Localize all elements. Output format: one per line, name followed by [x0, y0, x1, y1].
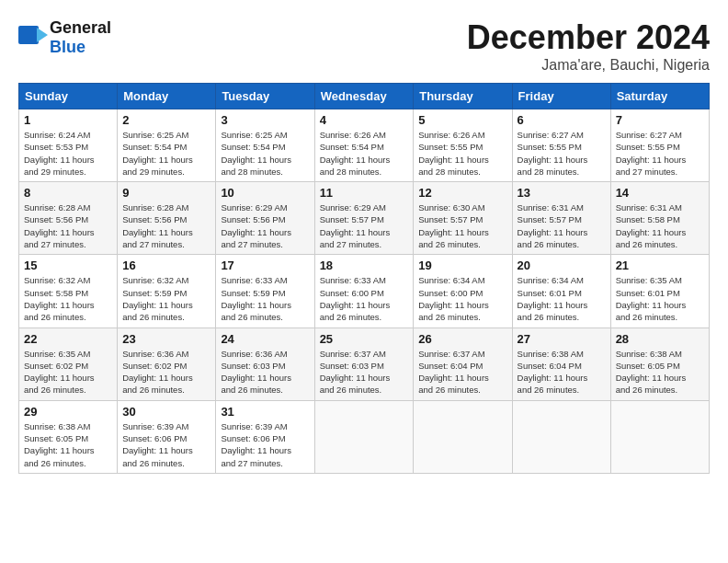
- title-area: December 2024 Jama'are, Bauchi, Nigeria: [467, 18, 710, 74]
- day-number: 25: [320, 332, 409, 346]
- day-number: 9: [122, 186, 210, 200]
- calendar-day-cell: [610, 400, 709, 473]
- calendar-week-row: 15Sunrise: 6:32 AM Sunset: 5:58 PM Dayli…: [19, 255, 710, 327]
- calendar-day-cell: 11Sunrise: 6:29 AM Sunset: 5:57 PM Dayli…: [314, 182, 414, 255]
- day-number: 19: [418, 259, 506, 272]
- calendar-day-cell: 18Sunrise: 6:33 AM Sunset: 6:00 PM Dayli…: [314, 255, 414, 327]
- day-of-week-header: Friday: [512, 84, 610, 109]
- calendar-day-cell: 2Sunrise: 6:25 AM Sunset: 5:54 PM Daylig…: [118, 109, 216, 182]
- calendar-day-cell: 23Sunrise: 6:36 AM Sunset: 6:02 PM Dayli…: [118, 327, 216, 400]
- calendar-header-row: SundayMondayTuesdayWednesdayThursdayFrid…: [19, 84, 710, 109]
- day-of-week-header: Wednesday: [314, 84, 414, 109]
- day-info: Sunrise: 6:27 AM Sunset: 5:55 PM Dayligh…: [616, 129, 704, 178]
- day-number: 27: [518, 332, 606, 346]
- calendar-day-cell: 9Sunrise: 6:28 AM Sunset: 5:56 PM Daylig…: [118, 182, 216, 255]
- calendar-day-cell: 20Sunrise: 6:34 AM Sunset: 6:01 PM Dayli…: [512, 255, 610, 327]
- calendar-day-cell: 4Sunrise: 6:26 AM Sunset: 5:54 PM Daylig…: [314, 109, 414, 182]
- day-info: Sunrise: 6:24 AM Sunset: 5:53 PM Dayligh…: [24, 129, 112, 178]
- day-info: Sunrise: 6:38 AM Sunset: 6:04 PM Dayligh…: [518, 348, 606, 396]
- day-info: Sunrise: 6:26 AM Sunset: 5:55 PM Dayligh…: [418, 129, 506, 178]
- calendar-day-cell: 31Sunrise: 6:39 AM Sunset: 6:06 PM Dayli…: [216, 400, 314, 473]
- day-info: Sunrise: 6:27 AM Sunset: 5:55 PM Dayligh…: [518, 129, 606, 178]
- day-info: Sunrise: 6:28 AM Sunset: 5:56 PM Dayligh…: [24, 201, 112, 250]
- day-number: 21: [616, 259, 704, 272]
- day-number: 18: [320, 259, 409, 272]
- calendar-day-cell: 22Sunrise: 6:35 AM Sunset: 6:02 PM Dayli…: [19, 327, 118, 400]
- day-number: 31: [221, 405, 309, 419]
- day-info: Sunrise: 6:37 AM Sunset: 6:04 PM Dayligh…: [418, 348, 506, 396]
- day-info: Sunrise: 6:39 AM Sunset: 6:06 PM Dayligh…: [221, 420, 309, 469]
- day-number: 26: [418, 332, 506, 346]
- day-number: 15: [24, 259, 112, 272]
- day-number: 8: [24, 186, 112, 200]
- day-info: Sunrise: 6:25 AM Sunset: 5:54 PM Dayligh…: [221, 129, 309, 178]
- day-info: Sunrise: 6:32 AM Sunset: 5:59 PM Dayligh…: [122, 274, 210, 323]
- day-info: Sunrise: 6:28 AM Sunset: 5:56 PM Dayligh…: [122, 201, 210, 250]
- calendar-day-cell: 21Sunrise: 6:35 AM Sunset: 6:01 PM Dayli…: [610, 255, 709, 327]
- calendar-week-row: 29Sunrise: 6:38 AM Sunset: 6:05 PM Dayli…: [19, 400, 710, 473]
- day-number: 30: [122, 405, 210, 419]
- day-number: 7: [616, 113, 704, 127]
- logo-icon: [18, 26, 48, 50]
- logo-general: General: [50, 18, 111, 37]
- day-number: 12: [418, 186, 506, 200]
- calendar-day-cell: 17Sunrise: 6:33 AM Sunset: 5:59 PM Dayli…: [216, 255, 314, 327]
- day-of-week-header: Thursday: [414, 84, 512, 109]
- day-number: 13: [518, 186, 606, 200]
- day-of-week-header: Saturday: [610, 84, 709, 109]
- day-info: Sunrise: 6:33 AM Sunset: 6:00 PM Dayligh…: [320, 274, 409, 323]
- calendar-day-cell: 16Sunrise: 6:32 AM Sunset: 5:59 PM Dayli…: [118, 255, 216, 327]
- logo-blue: Blue: [50, 38, 85, 56]
- day-number: 3: [221, 113, 309, 127]
- calendar-day-cell: 27Sunrise: 6:38 AM Sunset: 6:04 PM Dayli…: [512, 327, 610, 400]
- day-info: Sunrise: 6:31 AM Sunset: 5:57 PM Dayligh…: [518, 201, 606, 250]
- day-info: Sunrise: 6:30 AM Sunset: 5:57 PM Dayligh…: [418, 201, 506, 250]
- day-number: 17: [221, 259, 309, 272]
- calendar-day-cell: [512, 400, 610, 473]
- calendar-day-cell: 1Sunrise: 6:24 AM Sunset: 5:53 PM Daylig…: [19, 109, 118, 182]
- day-info: Sunrise: 6:29 AM Sunset: 5:56 PM Dayligh…: [221, 201, 309, 250]
- day-info: Sunrise: 6:39 AM Sunset: 6:06 PM Dayligh…: [122, 420, 210, 469]
- day-number: 2: [122, 113, 210, 127]
- day-info: Sunrise: 6:38 AM Sunset: 6:05 PM Dayligh…: [616, 348, 704, 396]
- calendar-day-cell: 28Sunrise: 6:38 AM Sunset: 6:05 PM Dayli…: [610, 327, 709, 400]
- calendar-day-cell: 13Sunrise: 6:31 AM Sunset: 5:57 PM Dayli…: [512, 182, 610, 255]
- day-info: Sunrise: 6:34 AM Sunset: 6:00 PM Dayligh…: [418, 274, 506, 323]
- day-of-week-header: Tuesday: [216, 84, 314, 109]
- calendar-week-row: 1Sunrise: 6:24 AM Sunset: 5:53 PM Daylig…: [19, 109, 710, 182]
- day-info: Sunrise: 6:26 AM Sunset: 5:54 PM Dayligh…: [320, 129, 409, 178]
- day-number: 20: [518, 259, 606, 272]
- calendar-day-cell: 10Sunrise: 6:29 AM Sunset: 5:56 PM Dayli…: [216, 182, 314, 255]
- calendar-day-cell: 14Sunrise: 6:31 AM Sunset: 5:58 PM Dayli…: [610, 182, 709, 255]
- day-number: 5: [418, 113, 506, 127]
- calendar-day-cell: 26Sunrise: 6:37 AM Sunset: 6:04 PM Dayli…: [414, 327, 512, 400]
- calendar-week-row: 22Sunrise: 6:35 AM Sunset: 6:02 PM Dayli…: [19, 327, 710, 400]
- day-number: 11: [320, 186, 409, 200]
- svg-marker-1: [37, 28, 48, 42]
- day-info: Sunrise: 6:36 AM Sunset: 6:03 PM Dayligh…: [221, 348, 309, 396]
- day-info: Sunrise: 6:25 AM Sunset: 5:54 PM Dayligh…: [122, 129, 210, 178]
- day-number: 24: [221, 332, 309, 346]
- logo: General Blue: [18, 18, 111, 57]
- calendar-day-cell: 12Sunrise: 6:30 AM Sunset: 5:57 PM Dayli…: [414, 182, 512, 255]
- day-number: 6: [518, 113, 606, 127]
- day-info: Sunrise: 6:37 AM Sunset: 6:03 PM Dayligh…: [320, 348, 409, 396]
- month-title: December 2024: [467, 18, 710, 57]
- calendar-day-cell: 29Sunrise: 6:38 AM Sunset: 6:05 PM Dayli…: [19, 400, 118, 473]
- day-info: Sunrise: 6:35 AM Sunset: 6:01 PM Dayligh…: [616, 274, 704, 323]
- calendar-day-cell: [314, 400, 414, 473]
- day-number: 28: [616, 332, 704, 346]
- day-number: 29: [24, 405, 112, 419]
- calendar-day-cell: 15Sunrise: 6:32 AM Sunset: 5:58 PM Dayli…: [19, 255, 118, 327]
- day-number: 14: [616, 186, 704, 200]
- calendar-table: SundayMondayTuesdayWednesdayThursdayFrid…: [18, 83, 710, 474]
- calendar-day-cell: 19Sunrise: 6:34 AM Sunset: 6:00 PM Dayli…: [414, 255, 512, 327]
- calendar-day-cell: 24Sunrise: 6:36 AM Sunset: 6:03 PM Dayli…: [216, 327, 314, 400]
- day-number: 23: [122, 332, 210, 346]
- day-number: 16: [122, 259, 210, 272]
- day-info: Sunrise: 6:31 AM Sunset: 5:58 PM Dayligh…: [616, 201, 704, 250]
- day-number: 22: [24, 332, 112, 346]
- day-info: Sunrise: 6:36 AM Sunset: 6:02 PM Dayligh…: [122, 348, 210, 396]
- day-number: 10: [221, 186, 309, 200]
- calendar-day-cell: 3Sunrise: 6:25 AM Sunset: 5:54 PM Daylig…: [216, 109, 314, 182]
